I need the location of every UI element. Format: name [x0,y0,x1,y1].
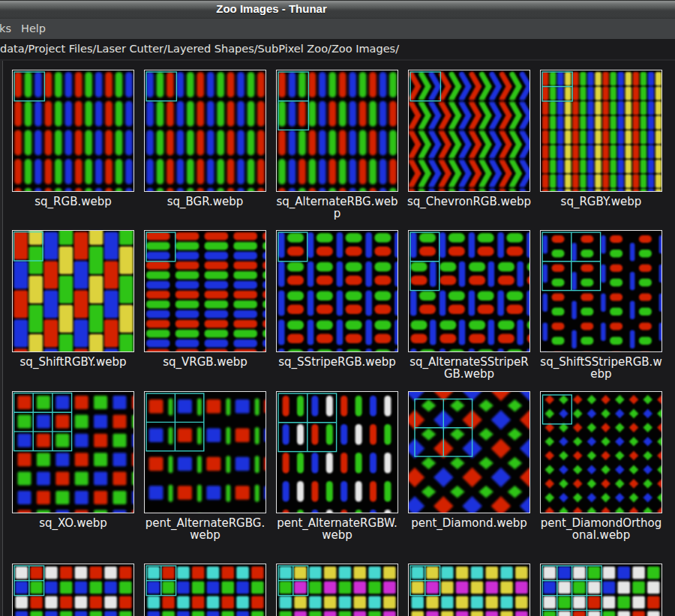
file-name-line: onal.webp [535,529,668,541]
file-name-line: sq_ShiftRGBY.webp [7,356,140,368]
file-name-label: sq_AlternateRBG.webp [271,196,404,220]
file-name-line: sq_ShiftSStripeRGB.w [535,356,668,368]
file-name-line: pent_DiamondOrthog [535,517,668,529]
file-name-line: sq_SStripeRGB.webp [271,356,404,368]
file-name-label: sq_SStripeRGB.webp [271,356,404,368]
file-name-label: sq_VRGB.webp [139,356,272,368]
file-name-label: sq_ChevronRGB.webp [403,196,536,208]
location-path: data/Project Files/Laser Cutter/Layered … [0,39,399,60]
file-name-line: pent_Diamond.webp [403,517,536,529]
thunar-window: Zoo Images - Thunar ks Help data/Project… [0,0,675,616]
subpixel-pattern [278,232,398,352]
file-thumbnail[interactable] [12,230,134,352]
file-name-line: pent_AlternateRGBG. [139,517,272,529]
titlebar[interactable]: Zoo Images - Thunar [0,0,675,19]
file-name-label: pent_DiamondOrthogonal.webp [535,517,668,541]
file-name-line: sq_ChevronRGB.webp [403,196,536,208]
location-bar[interactable]: data/Project Files/Laser Cutter/Layered … [0,39,675,59]
menu-item-help[interactable]: Help [21,19,46,39]
file-name-label: pent_AlternateRGBG.webp [139,517,272,541]
file-thumbnail[interactable] [408,564,530,616]
menubar: ks Help [0,19,675,39]
file-thumbnail[interactable] [408,70,530,192]
file-thumbnail[interactable] [12,391,134,513]
file-name-label: sq_ShiftRGBY.webp [7,356,140,368]
pane-divider [2,61,3,616]
file-thumbnail[interactable] [144,230,266,352]
file-name-line: sq_AlternateRBG.web [271,196,404,208]
file-name-line: webp [271,529,404,541]
file-thumbnail[interactable] [12,70,134,192]
file-thumbnail[interactable] [408,230,530,352]
file-name-label: sq_BGR.webp [139,196,272,208]
file-name-line: sq_BGR.webp [139,196,272,208]
menu-item-bookmarks[interactable]: ks [0,19,11,39]
file-name-line: p [271,208,404,220]
file-thumbnail[interactable] [144,70,266,192]
file-thumbnail[interactable] [276,391,398,513]
file-thumbnail[interactable] [144,391,266,513]
file-thumbnail[interactable] [408,391,530,513]
file-name-label: sq_RGB.webp [7,196,140,208]
file-name-line: ebp [535,368,668,380]
file-thumbnail[interactable] [540,391,662,513]
file-thumbnail[interactable] [540,564,662,616]
file-name-label: sq_ShiftSStripeRGB.webp [535,356,668,380]
file-thumbnail[interactable] [276,564,398,616]
file-name-line: pent_AlternateRGBW. [271,517,404,529]
file-name-line: sq_XO.webp [7,517,140,529]
file-thumbnail[interactable] [12,564,134,616]
file-name-label: pent_AlternateRGBW.webp [271,517,404,541]
thumbnail-background [276,391,398,513]
file-thumbnail[interactable] [144,564,266,616]
file-name-label: sq_RGBY.webp [535,196,668,208]
file-thumbnail[interactable] [276,230,398,352]
file-thumbnail[interactable] [540,230,662,352]
file-name-label: sq_AlternateSStripeRGB.webp [403,356,536,380]
file-thumbnail[interactable] [276,70,398,192]
window-title: Zoo Images - Thunar [0,0,543,19]
file-name-line: sq_AlternateSStripeR [403,356,536,368]
file-thumbnail[interactable] [540,70,662,192]
file-name-line: sq_RGB.webp [7,196,140,208]
file-name-label: sq_XO.webp [7,517,140,529]
thumbnail-background [540,391,662,513]
file-name-line: GB.webp [403,368,536,380]
file-name-line: webp [139,529,272,541]
file-view[interactable]: sq_RGB.webpsq_BGR.webpsq_AlternateRBG.we… [0,61,675,616]
file-name-line: sq_RGBY.webp [535,196,668,208]
file-name-label: pent_Diamond.webp [403,517,536,529]
file-name-line: sq_VRGB.webp [139,356,272,368]
